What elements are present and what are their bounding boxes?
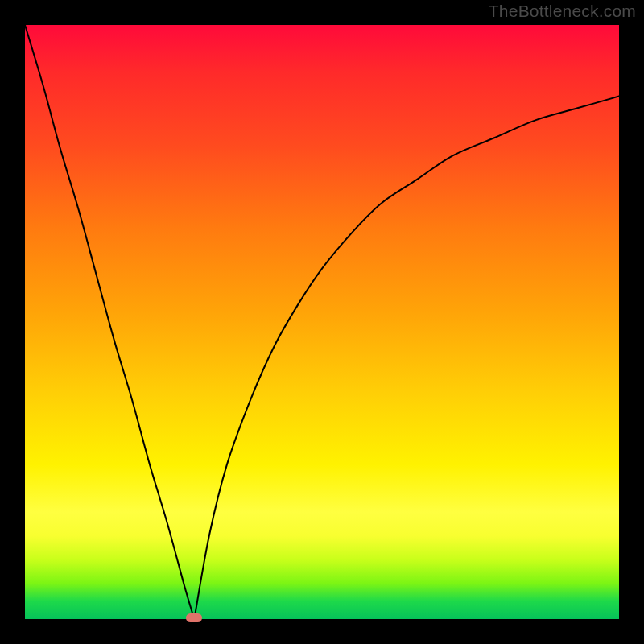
chart-frame: TheBottleneck.com xyxy=(0,0,644,644)
watermark-text: TheBottleneck.com xyxy=(489,2,636,21)
bottleneck-curve-right xyxy=(194,97,619,619)
bottleneck-curve-left xyxy=(25,25,194,619)
curve-svg xyxy=(25,25,619,619)
min-marker xyxy=(186,613,202,622)
plot-area xyxy=(25,25,619,619)
